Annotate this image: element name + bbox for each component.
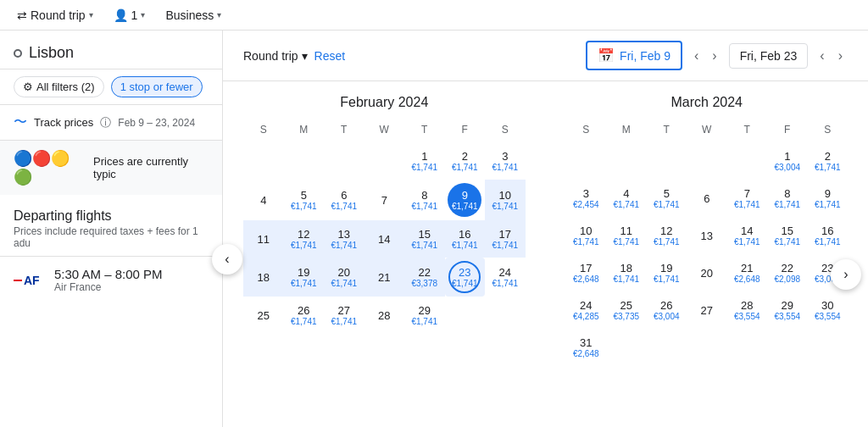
round-trip-dropdown[interactable]: Round trip ▾ xyxy=(243,49,308,63)
calendar-day[interactable]: 11 xyxy=(243,220,284,258)
day-price: €1,741 xyxy=(411,163,437,172)
calendar-day[interactable]: 9€1,741 xyxy=(808,180,849,217)
calendar-day[interactable]: 16€1,741 xyxy=(445,220,486,258)
cabin-selector[interactable]: Business ▾ xyxy=(159,5,228,25)
calendar-day[interactable]: 26€1,741 xyxy=(284,297,325,334)
calendar-day[interactable]: 23€1,741 xyxy=(445,258,486,297)
calendar-day[interactable]: 15€1,741 xyxy=(404,220,445,258)
calendar-day[interactable]: 8€1,741 xyxy=(404,180,445,220)
calendar-day[interactable]: 13€1,741 xyxy=(324,220,364,258)
day-number: 27 xyxy=(701,304,713,317)
track-prices-row: 〜 Track prices ⓘ Feb 9 – 23, 2024 xyxy=(0,105,222,141)
calendar-day[interactable]: 10€1,741 xyxy=(566,217,607,254)
day-of-week-label: W xyxy=(364,120,405,139)
left-panel: Lisbon ⚙ All filters (2) 1 stop or fewer… xyxy=(0,30,223,427)
calendar-day[interactable]: 6 xyxy=(687,180,727,217)
calendar-day[interactable]: 7€1,741 xyxy=(727,180,768,217)
calendar-day[interactable]: 17€1,741 xyxy=(485,220,526,258)
date-to-button[interactable]: Fri, Feb 23 xyxy=(729,43,809,69)
calendar-day[interactable]: 17€2,648 xyxy=(566,254,607,291)
calendar-day[interactable]: 12€1,741 xyxy=(647,217,687,254)
calendar-day[interactable]: 11€1,741 xyxy=(606,217,647,254)
calendar-day xyxy=(727,329,768,366)
af-line xyxy=(14,280,22,281)
calendar-day[interactable]: 5€1,741 xyxy=(284,180,325,220)
calendar-day[interactable]: 14€1,741 xyxy=(727,217,768,254)
calendar-day[interactable]: 29€3,554 xyxy=(767,291,808,329)
calendar-day[interactable]: 18€1,741 xyxy=(606,254,647,291)
calendar-day[interactable]: 31€2,648 xyxy=(566,329,607,366)
day-of-week-label: T xyxy=(647,120,687,139)
calendar-day[interactable]: 4 xyxy=(243,180,284,220)
day-number: 25 xyxy=(258,309,270,322)
calendar-week-row: 1€3,0042€1,741 xyxy=(566,142,849,180)
reset-button[interactable]: Reset xyxy=(314,49,346,63)
calendar-day[interactable]: 6€1,741 xyxy=(324,180,364,220)
calendar-day[interactable]: 26€3,004 xyxy=(647,291,687,329)
calendar-day[interactable]: 21 xyxy=(364,258,405,297)
calendar-day[interactable]: 25 xyxy=(243,297,284,334)
calendar-day[interactable]: 19€1,741 xyxy=(647,254,687,291)
calendar-day[interactable]: 10€1,741 xyxy=(485,180,526,220)
calendar-day[interactable]: 22€3,378 xyxy=(404,258,445,297)
day-number: 11 xyxy=(258,233,270,246)
stop-filter-button[interactable]: 1 stop or fewer xyxy=(111,76,203,97)
date-from-button[interactable]: 📅 Fri, Feb 9 xyxy=(586,41,682,70)
calendar-day[interactable]: 1€1,741 xyxy=(404,142,445,180)
calendar-day[interactable]: 19€1,741 xyxy=(284,258,325,297)
filters-row: ⚙ All filters (2) 1 stop or fewer xyxy=(0,69,222,105)
calendar-day[interactable]: 3€1,741 xyxy=(485,142,526,180)
nav-left-button[interactable]: ‹ xyxy=(212,244,242,274)
day-price: €1,741 xyxy=(573,237,599,247)
calendar-day[interactable]: 1€3,004 xyxy=(767,142,808,180)
calendar-day[interactable]: 12€1,741 xyxy=(284,220,325,258)
calendar-day[interactable]: 25€3,735 xyxy=(606,291,647,329)
calendar-day[interactable]: 2€1,741 xyxy=(808,142,849,180)
day-number: 17 xyxy=(580,262,592,274)
calendar-day[interactable]: 27 xyxy=(687,291,727,329)
person-icon: 👤 xyxy=(114,8,128,22)
all-filters-label: All filters (2) xyxy=(36,80,95,93)
calendar-day[interactable]: 27€1,741 xyxy=(324,297,364,334)
calendar-day[interactable]: 24€4,285 xyxy=(566,291,607,329)
calendar-day[interactable]: 3€2,454 xyxy=(566,180,607,217)
calendar-day[interactable]: 24€1,741 xyxy=(485,258,526,297)
date-from-next[interactable]: › xyxy=(707,47,721,65)
calendar-day[interactable]: 16€1,741 xyxy=(808,217,849,254)
calendar-day[interactable]: 29€1,741 xyxy=(404,297,445,334)
calendar-day[interactable]: 15€1,741 xyxy=(767,217,808,254)
nav-right-button[interactable]: › xyxy=(831,259,861,290)
date-to-prev[interactable]: ‹ xyxy=(815,47,829,65)
trip-type-selector[interactable]: ⇄ Round trip ▾ xyxy=(10,5,100,25)
calendar-day[interactable]: 5€1,741 xyxy=(647,180,687,217)
calendar-day[interactable]: 20€1,741 xyxy=(324,258,364,297)
day-number: 4 xyxy=(260,194,266,207)
calendar-day[interactable]: 22€2,098 xyxy=(767,254,808,291)
day-number: 8 xyxy=(421,189,427,202)
calendar-week-row: 17€2,64818€1,74119€1,7412021€2,64822€2,0… xyxy=(566,254,849,291)
origin-city[interactable]: Lisbon xyxy=(29,44,74,62)
af-logo: AF xyxy=(24,274,40,287)
calendar-day[interactable]: 30€3,554 xyxy=(808,291,849,329)
date-from-prev[interactable]: ‹ xyxy=(689,47,704,65)
calendar-day[interactable]: 4€1,741 xyxy=(606,180,647,217)
calendar-day[interactable]: 2€1,741 xyxy=(445,142,486,180)
calendar-day[interactable]: 28€3,554 xyxy=(727,291,768,329)
calendar-day[interactable]: 13 xyxy=(687,217,727,254)
flight-item[interactable]: AF 5:30 AM – 8:00 PM Air France xyxy=(0,256,222,303)
calendar-day[interactable]: 18 xyxy=(243,258,284,297)
calendar-day[interactable]: 14 xyxy=(364,220,405,258)
calendar-day[interactable]: 9€1,741 xyxy=(445,180,486,220)
march-calendar: March 2024 SMTWTFS 1€3,0042€1,7413€2,454… xyxy=(566,95,849,366)
all-filters-button[interactable]: ⚙ All filters (2) xyxy=(14,76,104,97)
day-price: €1,741 xyxy=(815,163,841,172)
calendar-day[interactable]: 8€1,741 xyxy=(767,180,808,217)
calendar-day[interactable]: 20 xyxy=(687,254,727,291)
track-icon: 〜 xyxy=(14,114,27,131)
passengers-selector[interactable]: 👤 1 ▾ xyxy=(107,5,153,25)
calendar-day[interactable]: 21€2,648 xyxy=(727,254,768,291)
date-to-next[interactable]: › xyxy=(833,47,848,65)
calendar-day[interactable]: 28 xyxy=(364,297,405,334)
day-number: 1 xyxy=(784,150,790,163)
calendar-day[interactable]: 7 xyxy=(364,180,405,220)
